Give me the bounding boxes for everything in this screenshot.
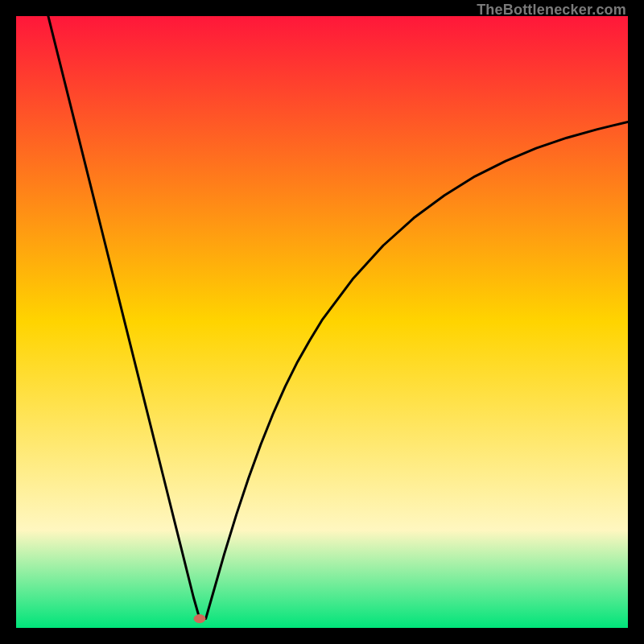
chart-svg — [16, 16, 628, 628]
attribution-label: TheBottlenecker.com — [477, 2, 626, 19]
optimal-point-marker — [194, 615, 205, 623]
chart-frame: TheBottlenecker.com — [0, 0, 644, 644]
plot-area — [16, 16, 628, 628]
